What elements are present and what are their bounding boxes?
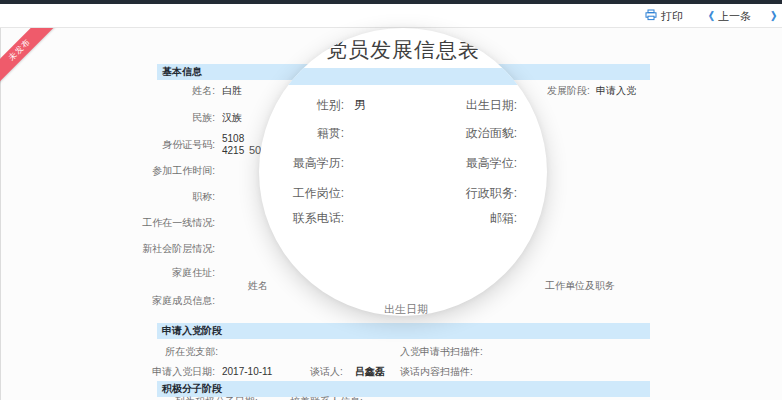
stage-label: 发展阶段:: [547, 85, 590, 97]
ethnicity-value: 汉族: [222, 112, 242, 124]
printer-icon: [645, 9, 657, 23]
work-post-label: 工作岗位:: [259, 185, 344, 202]
print-button[interactable]: 打印: [645, 9, 683, 24]
frontline-label: 工作在一线情况:: [95, 217, 215, 229]
print-label: 打印: [661, 9, 683, 24]
gender-label: 性别:: [259, 97, 344, 114]
native-place-label: 籍贯:: [259, 125, 344, 142]
gender-value: 男: [354, 97, 366, 114]
social-stratum-label: 新社会阶层情况:: [95, 243, 215, 255]
talk-scan-label: 谈话内容扫描件:: [400, 366, 473, 378]
family-col-name: 姓名: [248, 280, 268, 292]
admin-duty-label: 行政职务:: [399, 185, 517, 202]
status-ribbon-wrap: 未发布: [0, 28, 64, 92]
email-label: 邮箱:: [399, 210, 517, 227]
prev-record-button[interactable]: 《 上一条: [703, 9, 751, 24]
toolbar: 打印 《 上一条 》 下: [0, 4, 782, 28]
family-col-work: 工作单位及职务: [545, 280, 615, 292]
section-header-activist-stage: 积极分子阶段: [157, 381, 650, 397]
work-start-label: 参加工作时间:: [95, 165, 215, 177]
prev-record-label: 上一条: [718, 9, 751, 24]
apply-date-value: 2017-10-11: [222, 366, 272, 378]
activist-partial-left-label: 列为积极分子日期:: [175, 396, 258, 400]
id-number-label: 身份证号码:: [95, 139, 215, 151]
name-label: 姓名:: [95, 85, 215, 97]
id-number-line2: 4215: [222, 145, 244, 157]
name-value: 白胜: [222, 85, 242, 97]
activist-partial-right-label: 培养联系人信息:: [290, 396, 363, 400]
id-number-line1: 5108: [222, 133, 244, 145]
status-ribbon-unpublished: 未发布: [0, 28, 57, 87]
home-address-label: 家庭住址:: [95, 267, 215, 279]
application-scan-label: 入党申请书扫描件:: [400, 346, 483, 358]
talker-label: 谈话人:: [310, 366, 343, 378]
stage-value: 申请入党: [596, 85, 636, 97]
apply-date-label: 申请入党日期:: [95, 366, 215, 378]
phone-label: 联系电话:: [259, 210, 344, 227]
magnified-partial-birthdate-header: 出生日期: [384, 302, 428, 316]
talker-value: 吕鑫磊: [355, 366, 385, 378]
job-title-label: 职称:: [95, 191, 215, 203]
ethnicity-label: 民族:: [95, 112, 215, 124]
form-title: 党员发展信息表: [259, 36, 547, 64]
magnified-section-bar: [259, 68, 547, 85]
degree-label: 最高学位:: [399, 155, 517, 172]
toolbar-items: 打印 《 上一条 》 下: [645, 4, 782, 28]
magnifier-circle: 党员发展信息表 性别: 男 出生日期: 籍贯: 政治面貌: 最高学历: 最高学位…: [259, 28, 547, 316]
double-chevron-left-icon: 《: [703, 9, 714, 24]
next-record-button[interactable]: 》 下: [771, 9, 782, 24]
family-members-label: 家庭成员信息:: [95, 295, 215, 307]
party-branch-label: 所在党支部:: [95, 346, 218, 358]
section-header-apply-stage: 申请入党阶段: [157, 323, 650, 339]
page: 打印 《 上一条 》 下 未发布 基本信息 姓名: 白胜 发展阶段: 申请入党 …: [0, 0, 782, 400]
political-status-label: 政治面貌:: [399, 125, 517, 142]
education-label: 最高学历:: [259, 155, 344, 172]
birthdate-label: 出生日期:: [399, 97, 517, 114]
double-chevron-right-icon: 》: [771, 9, 782, 24]
